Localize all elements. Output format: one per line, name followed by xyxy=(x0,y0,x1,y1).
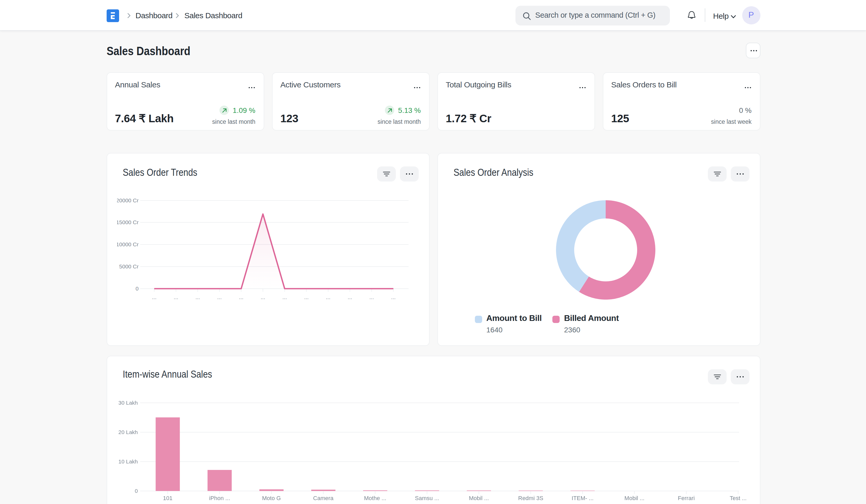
svg-text:...: ... xyxy=(347,294,352,300)
svg-text:0: 0 xyxy=(135,285,138,291)
svg-text:...: ... xyxy=(369,294,374,300)
svg-text:Redmi 3S: Redmi 3S xyxy=(518,495,543,501)
svg-text:Moto G: Moto G xyxy=(262,495,281,501)
svg-text:Ferrari: Ferrari xyxy=(678,495,695,501)
svg-text:Mobil ...: Mobil ... xyxy=(469,495,489,501)
svg-text:...: ... xyxy=(391,294,396,300)
svg-text:0: 0 xyxy=(134,488,137,494)
svg-text:...: ... xyxy=(325,294,330,300)
svg-text:Test ...: Test ... xyxy=(730,495,746,501)
svg-text:10000 Cr: 10000 Cr xyxy=(117,241,138,247)
svg-text:Mothe ...: Mothe ... xyxy=(364,495,386,501)
svg-text:10 Lakh: 10 Lakh xyxy=(118,459,137,464)
svg-text:...: ... xyxy=(195,294,200,300)
svg-text:30 Lakh: 30 Lakh xyxy=(118,400,137,406)
svg-text:...: ... xyxy=(174,294,178,300)
svg-text:iPhon ...: iPhon ... xyxy=(209,495,230,501)
svg-text:...: ... xyxy=(239,294,243,300)
svg-text:101: 101 xyxy=(163,495,173,501)
svg-text:...: ... xyxy=(152,294,156,300)
svg-text:20 Lakh: 20 Lakh xyxy=(118,429,137,435)
svg-text:...: ... xyxy=(304,294,309,300)
svg-text:Camera: Camera xyxy=(313,495,333,501)
svg-text:...: ... xyxy=(282,294,287,300)
svg-text:5000 Cr: 5000 Cr xyxy=(119,263,138,269)
svg-text:...: ... xyxy=(260,294,265,300)
svg-text:15000 Cr: 15000 Cr xyxy=(117,219,138,225)
svg-text:ITEM- ...: ITEM- ... xyxy=(571,495,593,501)
svg-text:Mobil ...: Mobil ... xyxy=(624,495,644,501)
svg-text:Samsu ...: Samsu ... xyxy=(415,495,439,501)
svg-text:20000 Cr: 20000 Cr xyxy=(117,197,138,203)
svg-text:...: ... xyxy=(217,294,222,300)
